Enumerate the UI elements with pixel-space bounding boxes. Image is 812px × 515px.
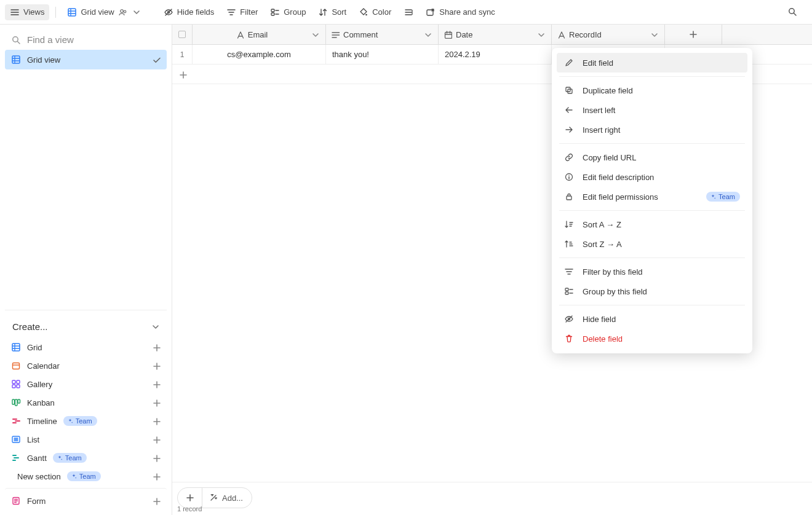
grid-icon bbox=[11, 342, 21, 352]
toolbar-separator bbox=[55, 7, 56, 18]
link-icon bbox=[564, 152, 574, 162]
group-label: Group bbox=[284, 7, 306, 17]
sparkle-icon bbox=[710, 194, 716, 200]
create-view-kanban[interactable]: Kanban bbox=[5, 393, 167, 412]
column-dropdown-button[interactable] bbox=[422, 29, 433, 40]
plus-icon bbox=[178, 70, 187, 79]
add-column-button[interactable] bbox=[665, 25, 722, 44]
cell-comment[interactable]: thank you! bbox=[326, 45, 439, 64]
ctx-arrow-left[interactable]: Insert left bbox=[557, 100, 747, 120]
select-all-checkbox[interactable] bbox=[172, 25, 193, 44]
create-view-form[interactable]: Form bbox=[5, 488, 167, 510]
color-button[interactable]: Color bbox=[354, 4, 396, 20]
ctx-item-label: Delete field bbox=[583, 334, 623, 344]
ctx-trash[interactable]: Delete field bbox=[557, 329, 747, 348]
sparkle-icon bbox=[71, 473, 77, 479]
plus-icon bbox=[152, 417, 161, 425]
ctx-pencil[interactable]: Edit field bbox=[557, 53, 747, 73]
add-row-plus[interactable] bbox=[172, 65, 193, 84]
share-sync-button[interactable]: Share and sync bbox=[421, 4, 500, 20]
filter-icon bbox=[564, 267, 574, 277]
check-icon bbox=[152, 55, 161, 64]
checkbox-icon bbox=[178, 31, 186, 38]
footer-add-label: Add... bbox=[222, 493, 243, 503]
create-view-section[interactable]: New sectionTeam bbox=[5, 467, 167, 486]
ctx-item-label: Filter by this field bbox=[583, 267, 643, 277]
ctx-sort-az[interactable]: Sort A → Z bbox=[557, 214, 747, 234]
ctx-item-label: Hide field bbox=[583, 315, 616, 324]
chevron-down-icon bbox=[311, 30, 319, 39]
views-label: Views bbox=[23, 7, 44, 17]
text-type-icon bbox=[557, 30, 565, 39]
plus-icon bbox=[688, 29, 698, 39]
cell-date[interactable]: 2024.2.19 bbox=[439, 45, 552, 64]
plus-icon bbox=[152, 343, 161, 352]
create-header[interactable]: Create... bbox=[5, 318, 167, 338]
chevron-down-icon bbox=[650, 30, 658, 39]
date-type-icon bbox=[444, 30, 452, 39]
create-view-gantt[interactable]: GanttTeam bbox=[5, 449, 167, 467]
row-height-button[interactable] bbox=[399, 4, 418, 20]
sidebar-view-grid[interactable]: Grid view bbox=[5, 50, 167, 69]
plus-icon bbox=[185, 493, 195, 503]
sort-button[interactable]: Sort bbox=[313, 4, 351, 20]
row-number: 1 bbox=[172, 45, 193, 64]
sparkle-icon bbox=[67, 418, 73, 424]
ctx-sort-za[interactable]: Sort Z → A bbox=[557, 234, 747, 254]
find-view-placeholder: Find a view bbox=[27, 34, 74, 45]
create-view-grid[interactable]: Grid bbox=[5, 338, 167, 356]
ctx-hide[interactable]: Hide field bbox=[557, 309, 747, 329]
gantt-icon bbox=[11, 453, 21, 463]
create-view-list[interactable]: List bbox=[5, 430, 167, 449]
ctx-info[interactable]: Edit field description bbox=[557, 167, 747, 187]
field-context-menu: Edit fieldDuplicate fieldInsert leftInse… bbox=[552, 48, 752, 353]
timeline-icon bbox=[11, 416, 21, 426]
views-toggle-button[interactable]: Views bbox=[5, 4, 49, 20]
search-button[interactable] bbox=[784, 3, 802, 22]
filter-icon bbox=[226, 7, 236, 17]
menu-icon bbox=[10, 7, 20, 17]
footer-add-menu-button[interactable]: Add... bbox=[202, 488, 252, 508]
ctx-arrow-right[interactable]: Insert right bbox=[557, 120, 747, 140]
people-icon bbox=[118, 7, 128, 17]
ctx-item-label: Copy field URL bbox=[583, 153, 636, 162]
chevron-down-icon bbox=[536, 30, 545, 39]
cell-email[interactable]: cs@example.com bbox=[193, 45, 326, 64]
column-header-comment[interactable]: Comment bbox=[326, 25, 439, 44]
ctx-item-label: Duplicate field bbox=[583, 86, 633, 95]
create-view-calendar[interactable]: Calendar bbox=[5, 356, 167, 375]
column-header-email[interactable]: Email bbox=[193, 25, 326, 44]
ctx-group[interactable]: Group by this field bbox=[557, 281, 747, 301]
hide-fields-button[interactable]: Hide fields bbox=[159, 4, 220, 20]
search-icon bbox=[787, 7, 798, 18]
create-view-timeline[interactable]: TimelineTeam bbox=[5, 412, 167, 430]
current-view-button[interactable]: Grid view bbox=[62, 4, 146, 20]
lock-icon bbox=[564, 192, 574, 202]
hide-fields-label: Hide fields bbox=[177, 7, 215, 17]
plus-icon bbox=[152, 497, 161, 505]
ctx-item-label: Edit field description bbox=[583, 173, 654, 182]
ctx-lock[interactable]: Edit field permissionsTeam bbox=[557, 187, 747, 206]
filter-button[interactable]: Filter bbox=[221, 4, 263, 20]
ctx-link[interactable]: Copy field URL bbox=[557, 147, 747, 167]
ctx-duplicate[interactable]: Duplicate field bbox=[557, 81, 747, 100]
column-dropdown-button[interactable] bbox=[535, 29, 546, 40]
arrow-left-icon bbox=[564, 105, 574, 115]
menu-separator bbox=[559, 143, 745, 144]
create-view-gallery[interactable]: Gallery bbox=[5, 375, 167, 393]
find-view-input[interactable]: Find a view bbox=[5, 29, 167, 50]
group-button[interactable]: Group bbox=[265, 4, 311, 20]
column-dropdown-button[interactable] bbox=[648, 29, 659, 40]
column-header-recordid[interactable]: RecordId bbox=[552, 25, 665, 44]
pencil-icon bbox=[564, 58, 574, 68]
ctx-item-label: Edit field permissions bbox=[583, 192, 658, 202]
color-label: Color bbox=[372, 7, 391, 17]
column-header-date[interactable]: Date bbox=[439, 25, 552, 44]
menu-separator bbox=[559, 76, 745, 77]
plus-icon bbox=[152, 380, 161, 388]
row-height-icon bbox=[404, 7, 413, 17]
ctx-filter[interactable]: Filter by this field bbox=[557, 262, 747, 281]
create-item-label: Kanban bbox=[27, 398, 55, 407]
ctx-item-label: Edit field bbox=[583, 58, 613, 68]
column-dropdown-button[interactable] bbox=[309, 29, 320, 40]
